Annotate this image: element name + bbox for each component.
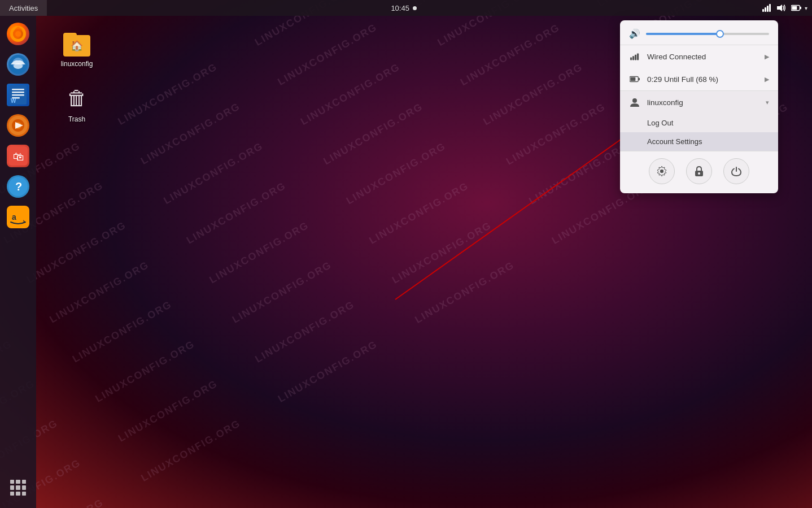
svg-point-39 (632, 98, 637, 103)
dock-item-appstore[interactable]: 🛍 (5, 142, 32, 170)
user-icon (629, 97, 640, 108)
lock-screen-button[interactable] (686, 158, 712, 184)
volume-speaker-icon[interactable]: 🔊 (629, 28, 640, 39)
svg-point-43 (698, 172, 700, 175)
svg-point-15 (14, 63, 23, 69)
apps-grid-icon (7, 476, 29, 499)
volume-topbar-icon[interactable] (775, 2, 788, 14)
dock-show-applications[interactable] (5, 474, 32, 501)
dock: W 🛍 (0, 16, 36, 508)
dock-item-firefox[interactable] (5, 20, 32, 47)
battery-topbar-icon[interactable] (790, 2, 802, 14)
volume-slider-thumb (716, 30, 724, 38)
menu-item-account-settings[interactable]: Account Settings (620, 132, 778, 151)
trash-label: Trash (68, 115, 85, 123)
battery-menu-icon (629, 73, 640, 85)
svg-rect-37 (639, 78, 640, 81)
menu-bottom-actions (620, 151, 778, 186)
wired-arrow-icon: ▶ (765, 53, 769, 60)
activities-button[interactable]: Activities (0, 0, 47, 16)
svg-rect-19 (12, 94, 24, 96)
battery-arrow-icon: ▶ (765, 76, 769, 83)
svg-rect-5 (769, 4, 771, 12)
dock-item-writer[interactable]: W (5, 81, 32, 108)
svg-rect-17 (12, 89, 24, 90)
rhythmbox-icon (7, 114, 29, 137)
wired-connected-label: Wired Connected (647, 53, 758, 61)
menu-item-logout[interactable]: Log Out (620, 114, 778, 132)
dock-item-amazon[interactable]: a (5, 203, 32, 231)
power-button[interactable] (723, 158, 749, 184)
clock-dot (413, 6, 417, 10)
svg-rect-33 (632, 56, 634, 60)
user-section: linuxconfig ▾ Log Out Account Settings (620, 91, 778, 151)
clock: 10:45 (391, 4, 409, 12)
trash-icon: 🗑 (63, 85, 90, 112)
svg-rect-32 (630, 58, 632, 60)
system-menu-popup: 🔊 Wired Connected ▶ (620, 20, 778, 193)
wired-network-icon (629, 51, 640, 62)
linuxconfig-folder-icon: 🏠 (62, 28, 91, 58)
system-menu-dropdown-icon[interactable]: ▾ (805, 5, 807, 11)
svg-rect-9 (792, 6, 797, 10)
svg-text:a: a (12, 212, 16, 222)
svg-text:?: ? (15, 180, 22, 193)
svg-text:🛍: 🛍 (13, 150, 24, 163)
volume-slider-fill (646, 33, 720, 35)
desktop: LINUXCONFIG.ORG LINUXCONFIG.ORG LINUXCON… (0, 0, 812, 508)
amazon-icon: a (7, 206, 29, 228)
svg-line-0 (395, 127, 638, 299)
settings-button[interactable] (649, 158, 675, 184)
help-icon: ? (7, 175, 29, 198)
menu-item-user[interactable]: linuxconfig ▾ (620, 91, 778, 114)
dock-item-thunderbird[interactable] (5, 51, 32, 78)
dock-item-rhythmbox[interactable] (5, 112, 32, 139)
svg-rect-3 (765, 7, 766, 12)
svg-text:W: W (11, 98, 16, 104)
username-label: linuxconfig (647, 98, 759, 107)
firefox-icon (7, 23, 29, 45)
svg-point-41 (660, 170, 663, 173)
svg-rect-18 (12, 92, 24, 93)
thunderbird-icon (7, 53, 29, 76)
volume-control-row: 🔊 (620, 20, 778, 45)
topbar: Activities 10:45 (0, 0, 812, 16)
menu-item-battery[interactable]: 0:29 Until Full (68 %) ▶ (620, 68, 778, 90)
writer-icon: W (7, 84, 29, 106)
battery-label: 0:29 Until Full (68 %) (647, 75, 758, 84)
svg-rect-2 (762, 9, 764, 12)
user-dropdown-icon: ▾ (766, 99, 769, 106)
svg-rect-8 (800, 7, 801, 10)
desktop-icon-linuxconfig[interactable]: 🏠 linuxconfig (54, 28, 99, 68)
dock-item-help[interactable]: ? (5, 173, 32, 200)
topbar-center: 10:45 (47, 4, 761, 12)
network-icon[interactable] (761, 2, 773, 14)
svg-marker-6 (777, 5, 782, 11)
volume-slider[interactable] (646, 33, 769, 35)
svg-rect-34 (635, 55, 636, 60)
topbar-right: ▾ (761, 2, 812, 14)
svg-rect-35 (637, 53, 639, 60)
svg-rect-4 (767, 6, 769, 12)
appstore-icon: 🛍 (7, 145, 29, 167)
menu-item-wired[interactable]: Wired Connected ▶ (620, 45, 778, 68)
desktop-icon-trash[interactable]: 🗑 Trash (54, 84, 99, 123)
linuxconfig-label: linuxconfig (61, 60, 93, 68)
svg-rect-38 (630, 77, 635, 81)
